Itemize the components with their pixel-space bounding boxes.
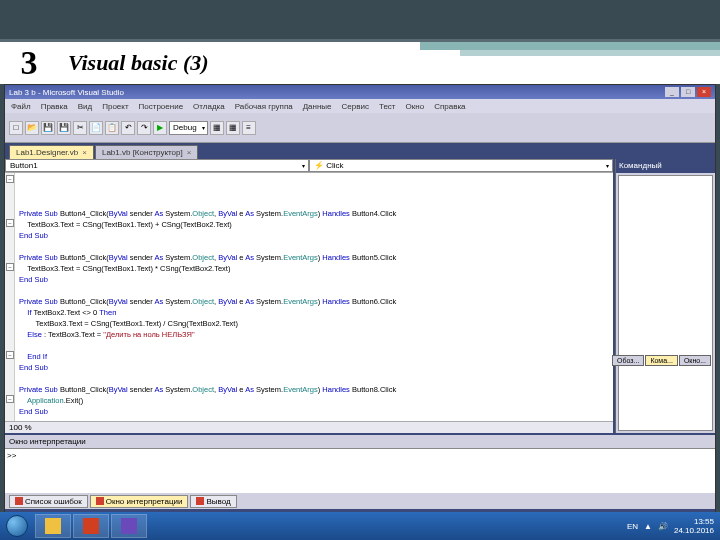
close-button[interactable]: × [697,87,711,97]
menu-построение[interactable]: Построение [139,102,184,111]
document-tab[interactable]: Lab1.vb [Конструктор]× [95,145,198,159]
window-title: Lab 3 b - Microsoft Visual Studio [9,88,124,97]
clock[interactable]: 13:55 24.10.2016 [674,517,714,535]
zoom-indicator[interactable]: 100 % [5,421,613,433]
fold-toggle[interactable]: − [6,263,14,271]
menu-файл[interactable]: Файл [11,102,31,111]
code-editor[interactable]: Private Sub Button4_Click(ByVal sender A… [5,173,613,421]
slide-number: 3 [0,44,58,82]
panel-tab[interactable]: Окно... [679,355,711,366]
document-tabs: Lab1.Designer.vb×Lab1.vb [Конструктор]× [5,143,715,159]
output-body[interactable]: >> [5,449,715,495]
bottom-tab[interactable]: Список ошибок [9,495,88,508]
menu-справка[interactable]: Справка [434,102,465,111]
editor-area: Button1 ⚡ Click Private Sub Button4_Clic… [5,159,615,433]
menu-сервис[interactable]: Сервис [342,102,369,111]
panel-tab[interactable]: Кома... [645,355,678,366]
panel-tab[interactable]: Обоз... [612,355,644,366]
menu-рабочая группа[interactable]: Рабочая группа [235,102,293,111]
bottom-tab[interactable]: Вывод [190,495,236,508]
open-icon[interactable]: 📂 [25,121,39,135]
fold-toggle[interactable]: − [6,219,14,227]
menu-данные[interactable]: Данные [303,102,332,111]
bottom-tab[interactable]: Окно интерпретации [90,495,189,508]
maximize-button[interactable]: □ [681,87,695,97]
copy-icon[interactable]: 📄 [89,121,103,135]
object-dropdown[interactable]: Button1 [5,159,309,172]
taskbar: EN ▲ 🔊 13:55 24.10.2016 [0,512,720,540]
slide-title: Visual basic (3) [58,50,209,76]
redo-icon[interactable]: ↷ [137,121,151,135]
task-item-vs[interactable] [111,514,147,538]
save-all-icon[interactable]: 💾 [57,121,71,135]
output-panel: Окно интерпретации >> [5,433,715,493]
undo-icon[interactable]: ↶ [121,121,135,135]
menu-окно[interactable]: Окно [406,102,425,111]
run-icon[interactable]: ▶ [153,121,167,135]
event-dropdown[interactable]: ⚡ Click [309,159,613,172]
menu-тест[interactable]: Тест [379,102,396,111]
menu-вид[interactable]: Вид [78,102,92,111]
fold-toggle[interactable]: − [6,351,14,359]
menu-отладка[interactable]: Отладка [193,102,225,111]
toolbar: □ 📂 💾 💾 ✂ 📄 📋 ↶ ↷ ▶ Debug ▦ ▦ ≡ [5,113,715,143]
network-icon[interactable]: 🔊 [658,522,668,531]
paste-icon[interactable]: 📋 [105,121,119,135]
fold-toggle[interactable]: − [6,395,14,403]
side-panel-title: Командный обозреватель [616,159,715,173]
menubar: ФайлПравкаВидПроектПостроениеОтладкаРабо… [5,99,715,113]
decor-bar [460,50,720,56]
gutter [5,173,15,421]
system-tray[interactable]: EN ▲ 🔊 13:55 24.10.2016 [627,517,720,535]
toolbar-btn[interactable]: ≡ [242,121,256,135]
menu-правка[interactable]: Правка [41,102,68,111]
side-panel: Командный обозреватель [615,159,715,433]
vs-window: Lab 3 b - Microsoft Visual Studio _ □ × … [4,84,716,538]
save-icon[interactable]: 💾 [41,121,55,135]
vs-titlebar[interactable]: Lab 3 b - Microsoft Visual Studio _ □ × [5,85,715,99]
lang-indicator[interactable]: EN [627,522,638,531]
start-button[interactable] [0,512,34,540]
toolbar-btn[interactable]: ▦ [210,121,224,135]
document-tab[interactable]: Lab1.Designer.vb× [9,145,94,159]
new-icon[interactable]: □ [9,121,23,135]
cut-icon[interactable]: ✂ [73,121,87,135]
task-item-explorer[interactable] [35,514,71,538]
output-title: Окно интерпретации [5,435,715,449]
side-panel-body[interactable] [618,175,713,431]
config-combo[interactable]: Debug [169,121,208,135]
decor-bar [420,42,720,50]
minimize-button[interactable]: _ [665,87,679,97]
tray-icon[interactable]: ▲ [644,522,652,531]
fold-toggle[interactable]: − [6,175,14,183]
task-item-powerpoint[interactable] [73,514,109,538]
bottom-tabs: Список ошибокОкно интерпретацииВывод [5,493,715,509]
toolbar-btn[interactable]: ▦ [226,121,240,135]
menu-проект[interactable]: Проект [102,102,128,111]
